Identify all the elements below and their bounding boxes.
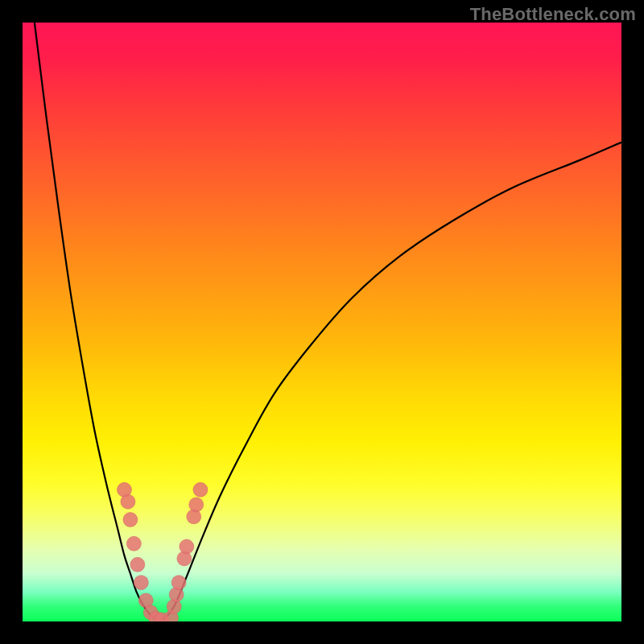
highlight-dot [123,513,138,527]
left-branch-path [35,23,155,618]
highlight-dot [134,576,148,590]
outer-frame: TheBottleneck.com [0,0,644,644]
highlight-dot [193,482,208,497]
highlight-dot [189,497,204,512]
highlight-dot [130,557,145,572]
plot-area [23,23,621,621]
highlight-dot [171,576,186,590]
highlight-dot [180,539,194,554]
highlight-dots [117,482,207,621]
highlight-dot [121,494,135,509]
highlight-dot [126,536,141,551]
right-branch-path [160,142,621,620]
curve-layer [23,23,621,621]
watermark-text: TheBottleneck.com [470,4,636,25]
